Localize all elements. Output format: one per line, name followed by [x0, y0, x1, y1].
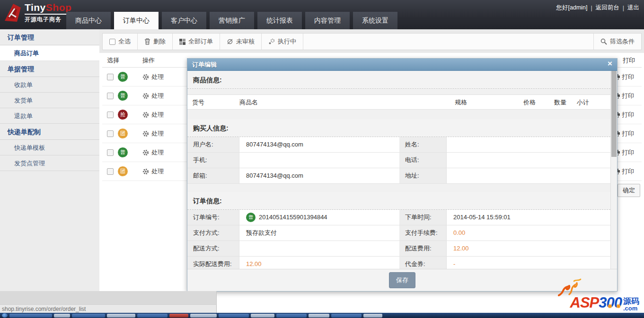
username-field[interactable]: 807474134@qq.com — [239, 137, 399, 152]
user-menu: 您好[admin] | 返回前台 | 退出 — [556, 4, 640, 12]
taskbar-button[interactable] — [72, 314, 105, 318]
taskbar-button[interactable] — [219, 314, 249, 318]
pay-method-field[interactable]: 预存款支付 — [239, 225, 399, 241]
voucher-field[interactable]: - — [447, 257, 610, 269]
gear-icon — [142, 112, 149, 118]
watermark-tag: 源码 — [623, 298, 639, 305]
taskbar-button[interactable] — [276, 314, 307, 318]
back-to-front-link[interactable]: 返回前台 — [596, 4, 619, 12]
mobile-field[interactable] — [239, 153, 399, 168]
sidebar-item-express-template[interactable]: 快递单模板 — [0, 140, 99, 155]
row-checkbox[interactable] — [107, 112, 114, 118]
section-product-info: 商品信息: — [187, 71, 610, 89]
taskbar-button[interactable] — [9, 314, 52, 318]
process-button[interactable]: 处理 — [142, 162, 164, 181]
col-header-sku: 货号 — [187, 95, 235, 110]
product-table-header: 货号 商品名 规格 价格 数量 小计 — [187, 95, 610, 110]
delivery-method-label: 配送方式: — [187, 241, 239, 256]
logout-link[interactable]: 退出 — [627, 4, 639, 12]
all-orders-button[interactable]: 全部订单 — [173, 34, 220, 50]
order-type-badge: 普 — [118, 147, 128, 157]
row-checkbox[interactable] — [107, 74, 114, 80]
modal-scrollbar[interactable] — [610, 71, 617, 269]
eye-off-icon — [227, 38, 233, 45]
row-checkbox[interactable] — [107, 93, 114, 99]
address-label: 地址: — [399, 168, 447, 183]
order-type-badge: 普 — [118, 72, 128, 82]
process-button[interactable]: 处理 — [142, 143, 164, 162]
sidebar-group-express-config[interactable]: 快递单配制 — [0, 124, 99, 140]
taskbar-button[interactable] — [309, 314, 329, 318]
section-buyer-info: 购买人信息: — [187, 119, 610, 137]
actual-delivery-fee-field[interactable]: 12.00 — [239, 257, 399, 269]
gear-icon — [142, 168, 149, 175]
process-button[interactable]: 处理 — [142, 124, 164, 143]
brand-subtitle: 开源电子商务 — [25, 14, 71, 24]
taskbar-button[interactable] — [190, 314, 217, 318]
form-row: 订单编号: 普 20140514155901394844 下单时间: 2014-… — [187, 210, 610, 225]
process-button[interactable]: 处理 — [142, 68, 164, 86]
menu-divider: | — [623, 5, 624, 11]
flame-icon — [555, 278, 583, 296]
delivery-fee-field[interactable]: 12.00 — [447, 241, 610, 256]
in-progress-button[interactable]: 执行中 — [262, 34, 303, 50]
order-number: 20140514155901394844 — [259, 210, 327, 225]
sidebar-group-order-manage[interactable]: 订单管理 — [0, 29, 99, 45]
sidebar-item-shipping-point[interactable]: 发货点管理 — [0, 155, 99, 171]
taskbar-button[interactable] — [107, 314, 135, 318]
taskbar-button[interactable] — [54, 314, 70, 318]
delete-button[interactable]: 删除 — [138, 34, 173, 50]
filter-button[interactable]: 筛选条件 — [593, 34, 641, 50]
select-all-button[interactable]: 全选 — [103, 34, 138, 50]
gear-icon — [142, 130, 149, 137]
tab-customer-center[interactable]: 客户中心 — [162, 12, 206, 29]
sidebar-item-shipping-orders[interactable]: 发货单 — [0, 93, 99, 108]
pay-fee-field[interactable]: 0.00 — [447, 225, 610, 241]
taskbar-button[interactable] — [251, 314, 274, 318]
user-greeting: 您好[admin] — [556, 4, 588, 12]
phone-field[interactable] — [447, 153, 610, 168]
order-type-badge: 普 — [118, 91, 128, 101]
row-checkbox[interactable] — [107, 149, 114, 156]
sidebar-group-receipt-manage[interactable]: 单据管理 — [0, 61, 99, 77]
tab-system-settings[interactable]: 系统设置 — [353, 12, 397, 29]
tab-statistics[interactable]: 统计报表 — [257, 12, 302, 29]
tab-content-manage[interactable]: 内容管理 — [305, 12, 350, 29]
gear-icon — [142, 93, 149, 99]
username-label: 用户名: — [187, 137, 239, 152]
page-confirm-button[interactable]: 确定 — [618, 184, 640, 197]
taskbar-button[interactable] — [331, 314, 362, 318]
save-button[interactable]: 保存 — [389, 272, 415, 288]
taskbar-button[interactable] — [363, 314, 382, 318]
process-button[interactable]: 处理 — [142, 86, 164, 105]
scrollbar-thumb[interactable] — [611, 71, 617, 157]
address-field[interactable] — [447, 168, 610, 183]
tab-product-center[interactable]: 商品中心 — [66, 12, 111, 29]
col-header-subtotal: 小计 — [572, 95, 610, 110]
delivery-method-field[interactable] — [239, 241, 399, 256]
modal-footer: 保存 — [187, 269, 617, 291]
tab-order-center[interactable]: 订单中心 — [114, 12, 159, 29]
name-field[interactable] — [447, 137, 610, 152]
taskbar-button[interactable] — [169, 314, 188, 318]
close-icon[interactable]: × — [608, 59, 612, 69]
col-header-spec: 规格 — [450, 95, 519, 110]
sidebar-item-refund-orders[interactable]: 退款单 — [0, 108, 99, 124]
search-icon — [600, 38, 607, 45]
section-order-info: 订单信息: — [187, 192, 610, 210]
orders-toolbar: 全选 删除 全部订单 未审核 执行中 筛选条件 — [102, 33, 642, 50]
unreviewed-button[interactable]: 未审核 — [220, 34, 262, 50]
form-row: 支付方式: 预存款支付 支付手续费: 0.00 — [187, 225, 610, 241]
taskbar-button[interactable] — [137, 314, 168, 318]
modal-header[interactable]: 订单编辑 × — [187, 59, 617, 71]
sidebar-item-payment-receipts[interactable]: 收款单 — [0, 77, 99, 93]
sidebar-item-product-orders[interactable]: 商品订单 — [0, 45, 99, 61]
start-button[interactable] — [2, 313, 8, 318]
order-time-field: 2014-05-14 15:59:01 — [447, 210, 610, 225]
process-button[interactable]: 处理 — [142, 105, 164, 124]
email-field[interactable]: 807474134@qq.com — [239, 168, 399, 183]
gear-icon — [142, 74, 149, 80]
tab-marketing[interactable]: 营销推广 — [210, 12, 254, 29]
row-checkbox[interactable] — [107, 168, 114, 175]
row-checkbox[interactable] — [107, 130, 114, 137]
